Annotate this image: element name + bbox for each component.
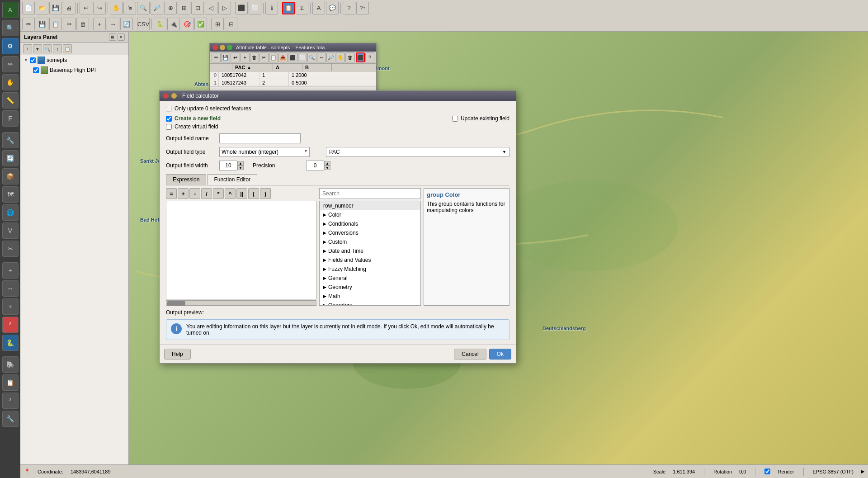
tb-zoom-selection[interactable]: ⊡: [191, 2, 204, 14]
layers-filter[interactable]: 🔍: [43, 44, 52, 53]
precision-increment-btn[interactable]: ▲: [324, 161, 330, 166]
attr-col-pac[interactable]: PAC ▲: [232, 64, 273, 71]
toolbar-digitize[interactable]: ✏: [2, 56, 19, 72]
create-virtual-field-checkbox[interactable]: [166, 124, 172, 130]
expr-btn-open-paren[interactable]: (: [248, 188, 259, 199]
update-existing-field-checkbox[interactable]: [452, 116, 458, 122]
layer-item-basemap[interactable]: Basemap High DPI: [20, 65, 128, 75]
tb-zoom-layer[interactable]: ⊞: [178, 2, 190, 14]
toolbar-zoom-in[interactable]: A: [2, 2, 19, 18]
cell-b-1[interactable]: 0.5000: [289, 79, 318, 86]
tb-stat-summary[interactable]: Σ: [296, 2, 308, 14]
layer-checkbox-somepts[interactable]: [30, 57, 36, 63]
attr-tb-paste[interactable]: 📥: [278, 52, 288, 62]
toolbar-plugin3[interactable]: 🔄: [2, 150, 19, 166]
tb-select-feature[interactable]: ⬛: [235, 2, 248, 14]
attr-col-b[interactable]: B: [302, 64, 332, 71]
toolbar-plugin6[interactable]: 🌐: [2, 204, 19, 221]
layer-item-somepts[interactable]: ▼ somepts: [20, 55, 128, 65]
only-update-selected-checkbox[interactable]: [166, 106, 172, 112]
output-field-width-input[interactable]: [219, 161, 237, 170]
tb-save-project[interactable]: 💾: [49, 2, 62, 14]
tb-next-extent[interactable]: ▷: [218, 2, 231, 14]
function-search-input[interactable]: [319, 188, 421, 199]
expr-btn-plus[interactable]: +: [178, 188, 189, 199]
cell-pac-1[interactable]: 105127243: [219, 79, 259, 86]
tb2-toggle-edit[interactable]: ✏: [22, 18, 35, 30]
tb2-grid2[interactable]: ⊟: [225, 18, 237, 30]
func-group-date-time[interactable]: ▶ Date and Time: [320, 246, 420, 256]
tb-redo[interactable]: ↪: [93, 2, 106, 14]
layers-expand[interactable]: ↕: [53, 44, 62, 53]
expr-btn-minus[interactable]: -: [189, 188, 200, 199]
tb-comment[interactable]: 💬: [326, 2, 339, 14]
tb-print[interactable]: 🖨: [63, 2, 75, 14]
tb-label[interactable]: A: [312, 2, 325, 14]
func-item-row-number[interactable]: row_number: [320, 201, 420, 210]
precision-decrement-btn[interactable]: ▼: [324, 166, 330, 170]
attr-tb-add-row[interactable]: +: [241, 52, 250, 62]
field-calc-close-btn[interactable]: [163, 93, 169, 99]
toolbar-plugin5[interactable]: 🗺: [2, 186, 19, 203]
precision-input[interactable]: [306, 161, 324, 170]
func-group-conversions[interactable]: ▶ Conversions: [320, 228, 420, 237]
layers-panel-btn1[interactable]: ⊞: [109, 33, 116, 41]
attr-tb-delete[interactable]: 🗑: [250, 52, 259, 62]
attr-tb-rollback[interactable]: ↩: [231, 52, 240, 62]
attr-tb-select[interactable]: ⬛: [288, 52, 297, 62]
create-new-field-checkbox[interactable]: [166, 116, 172, 122]
attr-table-minimize[interactable]: [220, 45, 225, 50]
toolbar-plugin12[interactable]: ²: [2, 393, 19, 409]
tb-zoom-out[interactable]: 🔎: [151, 2, 163, 14]
toolbar-plugin7[interactable]: V: [2, 222, 19, 239]
toolbar-plugin10[interactable]: ²: [2, 317, 19, 333]
tb-prev-extent[interactable]: ◁: [205, 2, 217, 14]
attr-tb-filter[interactable]: 🔍: [307, 52, 316, 62]
layers-add[interactable]: +: [23, 44, 32, 53]
toolbar-db[interactable]: 🐘: [2, 356, 19, 373]
attr-tb-save[interactable]: 💾: [221, 52, 230, 62]
tb-open-project[interactable]: 📂: [36, 2, 48, 14]
width-decrement-btn[interactable]: ▼: [237, 166, 244, 170]
width-increment-btn[interactable]: ▲: [237, 161, 244, 166]
toolbar-python[interactable]: 🐍: [2, 335, 19, 351]
tb-pan[interactable]: ✋: [110, 2, 123, 14]
layers-remove[interactable]: ▼: [33, 44, 42, 53]
func-group-fuzzy[interactable]: ▶ Fuzzy Matching: [320, 265, 420, 274]
func-group-operators[interactable]: ▶ Operators: [320, 301, 420, 306]
func-group-fields-values[interactable]: ▶ Fields and Values: [320, 256, 420, 265]
tb2-check[interactable]: ✅: [194, 18, 207, 30]
attr-tb-cut[interactable]: ✂: [259, 52, 269, 62]
ok-button[interactable]: Ok: [489, 349, 511, 360]
tb2-geom[interactable]: 🎯: [181, 18, 193, 30]
attr-table-maximize[interactable]: [227, 45, 232, 50]
render-checkbox[interactable]: [764, 469, 770, 474]
expr-btn-divide[interactable]: /: [201, 188, 212, 199]
tb-identify[interactable]: ℹ: [265, 2, 278, 14]
toolbar-plugin1[interactable]: F: [2, 110, 19, 127]
cell-a-1[interactable]: 2: [259, 79, 289, 86]
toolbar-plugin2[interactable]: 🔧: [2, 132, 19, 148]
cell-a-0[interactable]: 1: [259, 71, 289, 79]
tb-zoom-in[interactable]: 🔍: [137, 2, 150, 14]
attr-tb-pan[interactable]: ✋: [336, 52, 345, 62]
attr-tb-field-calc[interactable]: ⬛: [356, 52, 365, 62]
func-group-geometry[interactable]: ▶ Geometry: [320, 283, 420, 292]
toolbar-plugin11[interactable]: 📋: [2, 374, 19, 391]
tb2-rotate[interactable]: 🔄: [120, 18, 133, 30]
tb-whats-this[interactable]: ?↑: [356, 2, 369, 14]
tb-attr-table[interactable]: 📋: [282, 2, 295, 14]
output-field-type-select[interactable]: Whole number (integer) Decimal number (d…: [219, 147, 310, 157]
help-button[interactable]: Help: [164, 349, 191, 360]
toolbar-pan[interactable]: ✋: [2, 74, 19, 90]
toolbar-identify[interactable]: 🔍: [2, 20, 19, 36]
toolbar-plugin4[interactable]: 📦: [2, 168, 19, 185]
attr-tb-deselect[interactable]: ⬜: [298, 52, 307, 62]
layers-panel-btn2[interactable]: ×: [118, 33, 125, 41]
cell-pac-0[interactable]: 100517042: [219, 71, 259, 79]
attr-tb-zoom[interactable]: 🔎: [326, 52, 335, 62]
tb-zoom-all[interactable]: ⊕: [164, 2, 177, 14]
expression-editor[interactable]: [166, 201, 316, 299]
func-group-color[interactable]: ▶ Color: [320, 210, 420, 219]
field-calc-min-btn[interactable]: [171, 93, 177, 99]
